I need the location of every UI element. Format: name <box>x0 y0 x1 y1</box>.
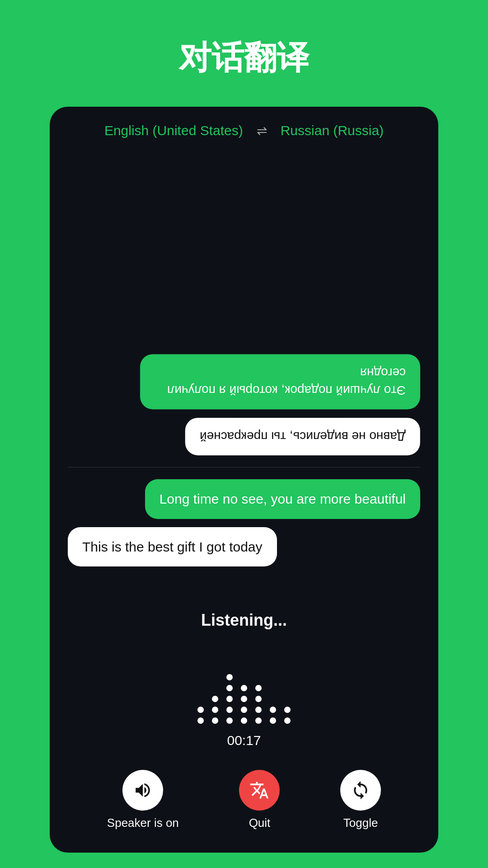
speaker-icon <box>133 781 152 800</box>
waveform-col-1 <box>197 707 204 724</box>
main-card: English (United States) ⇌ Russian (Russi… <box>50 107 438 853</box>
chat-area: Это лучший подарок, который я получил се… <box>50 151 438 597</box>
speaker-control[interactable]: Speaker is on <box>107 770 179 830</box>
waveform-col-7 <box>284 707 291 724</box>
quit-button[interactable] <box>239 770 280 811</box>
toggle-control[interactable]: Toggle <box>340 770 381 830</box>
translate-icon <box>249 780 269 800</box>
recording-timer: 00:17 <box>227 733 261 748</box>
waveform-col-4 <box>241 685 247 724</box>
listening-section: Listening... <box>50 597 438 761</box>
speaker-button[interactable] <box>122 770 163 811</box>
waveform-col-6 <box>270 707 276 724</box>
quit-label: Quit <box>249 816 271 830</box>
waveform-visualization <box>197 642 291 724</box>
listening-label: Listening... <box>201 611 287 630</box>
message-flipped-white: Давно не виделись, ты прекрасней <box>185 418 420 455</box>
app-title: 对话翻译 <box>179 36 309 80</box>
message-flipped-green: Это лучший подарок, который я получил се… <box>140 354 420 409</box>
waveform-col-3 <box>226 674 233 724</box>
speaker-label: Speaker is on <box>107 816 179 830</box>
chat-divider <box>68 467 420 467</box>
waveform-col-2 <box>212 696 218 724</box>
waveform-col-5 <box>255 685 262 724</box>
toggle-button[interactable] <box>340 770 381 811</box>
language-bar: English (United States) ⇌ Russian (Russi… <box>50 107 438 151</box>
message-normal-white: This is the best gift I got today <box>68 527 277 567</box>
source-language[interactable]: English (United States) <box>104 123 243 138</box>
controls-bar: Speaker is on Quit Toggle <box>50 761 438 853</box>
swap-languages-icon[interactable]: ⇌ <box>257 123 267 138</box>
target-language[interactable]: Russian (Russia) <box>281 123 384 138</box>
message-normal-green: Long time no see, you are more beautiful <box>145 479 420 519</box>
toggle-icon <box>351 780 371 800</box>
toggle-label: Toggle <box>343 816 378 830</box>
quit-control[interactable]: Quit <box>239 770 280 830</box>
